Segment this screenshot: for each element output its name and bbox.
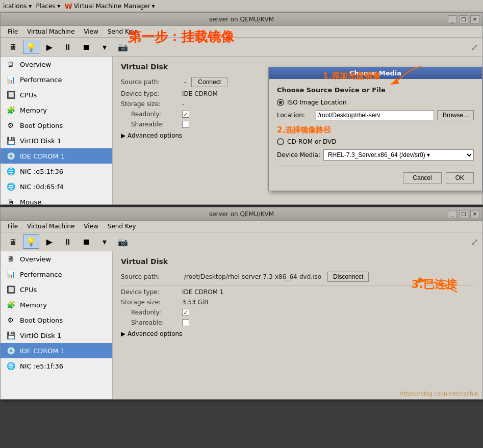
radio-iso-label: ISO Image Location (287, 99, 347, 106)
close-btn-top[interactable]: × (470, 15, 479, 23)
sidebar-item-memory-bottom[interactable]: 🧩 Memory (1, 297, 112, 312)
toolbar-pause-btn[interactable]: ⏸ (60, 40, 76, 54)
disconnect-button[interactable]: Disconnect (327, 272, 369, 282)
virtiodisk-icon-top: 💾 (6, 136, 16, 146)
window-top: server on QEMU/KVM _ □ × 第一步：挂载镜像 File V… (0, 12, 483, 205)
maximize-btn-top[interactable]: □ (459, 15, 468, 23)
sidebar-item-nic1-bottom[interactable]: 🌐 NIC :e5:1f:36 (1, 358, 112, 374)
menu-sendkey-top[interactable]: Send Key (104, 27, 140, 36)
sidebar-label-idecdrom-top: IDE CDROM 1 (20, 152, 65, 160)
menu-view-top[interactable]: View (80, 27, 102, 36)
location-input[interactable] (316, 110, 434, 120)
sidebar-label-nic1-bottom: NIC :e5:1f:36 (20, 362, 63, 370)
toolbar-play-btn[interactable]: ▶ (41, 40, 58, 54)
toolbar-settings-btn-b[interactable]: 💡 (23, 234, 39, 249)
idecdrom-icon-top: 💿 (6, 151, 16, 161)
sidebar-item-performance-top[interactable]: 📊 Performance (1, 72, 112, 87)
storage-size-value-bottom: 3.53 GiB (182, 299, 208, 306)
menu-vm-bottom[interactable]: Virtual Machine (23, 222, 79, 231)
minimize-btn-top[interactable]: _ (448, 15, 457, 23)
sidebar-item-nic2-top[interactable]: 🌐 NIC :0d:65:f4 (1, 179, 112, 194)
sidebar-label-nic2-top: NIC :0d:65:f4 (20, 183, 64, 191)
device-type-row-bottom: Device type: IDE CDROM 1 (121, 288, 474, 296)
window-title-bottom: server on QEMU/KVM (209, 210, 274, 218)
toolbar-snapshot-btn[interactable]: 📷 (115, 40, 131, 54)
sidebar-item-performance-bottom[interactable]: 📊 Performance (1, 267, 112, 282)
sidebar-label-memory-bottom: Memory (20, 301, 47, 309)
toolbar-dropdown-btn[interactable]: ▾ (96, 40, 113, 54)
source-path-value-bottom: /root/Desktop/rhel-server-7.3-x86_64-dvd… (184, 273, 321, 280)
toolbar-pause-btn-b[interactable]: ⏸ (60, 234, 76, 249)
toolbar-play-btn-b[interactable]: ▶ (41, 234, 58, 249)
location-row: Location: Browse... (277, 110, 474, 120)
maximize-btn-bottom[interactable]: □ (459, 210, 468, 218)
shareable-label-bottom: Shareable: (121, 319, 182, 326)
sidebar-item-overview-top[interactable]: 🖥 Overview (1, 57, 112, 72)
menu-file-top[interactable]: File (4, 27, 22, 36)
global-menubar: ications ▾ Places ▾ W Virtual Machine Ma… (0, 0, 483, 12)
shareable-checkbox-bottom[interactable] (182, 319, 189, 326)
sidebar-label-virtiodisk-top: VirtIO Disk 1 (20, 137, 61, 145)
toolbar-snapshot-btn-b[interactable]: 📷 (115, 234, 131, 249)
storage-size-row-bottom: Storage size: 3.53 GiB (121, 299, 474, 306)
titlebar-top: server on QEMU/KVM _ □ × (1, 13, 482, 26)
overview-icon-top: 🖥 (6, 59, 16, 69)
menu-vm-top[interactable]: Virtual Machine (23, 27, 79, 36)
ok-button[interactable]: OK (446, 172, 474, 183)
radio-iso-row[interactable]: ISO Image Location (277, 99, 474, 106)
menu-places[interactable]: Places ▾ (36, 3, 60, 10)
sidebar-item-memory-top[interactable]: 🧩 Memory (1, 102, 112, 118)
close-btn-bottom[interactable]: × (470, 210, 479, 218)
toolbar-bottom: 🖥 💡 ▶ ⏸ ⏹ ▾ 📷 ⤢ (1, 232, 482, 251)
sidebar-item-idecdrom-bottom[interactable]: 💿 IDE CDROM 1 (1, 343, 112, 358)
radio-iso[interactable] (277, 99, 284, 106)
brand-logo: W (64, 2, 72, 10)
device-media-select[interactable]: RHEL-7.3_Server.x86_64 (/dev/sr0) ▾ (323, 149, 474, 161)
brand-arrow[interactable]: ▾ (152, 3, 155, 10)
sidebar-item-cpus-top[interactable]: 🔲 CPUs (1, 87, 112, 102)
toolbar-settings-btn[interactable]: 💡 (23, 40, 39, 54)
menu-sendkey-bottom[interactable]: Send Key (104, 222, 140, 231)
minimize-btn-bottom[interactable]: _ (448, 210, 457, 218)
overview-icon-bottom: 🖥 (6, 254, 16, 264)
toolbar-stop-btn[interactable]: ⏹ (78, 40, 94, 54)
sidebar-item-idecdrom-top[interactable]: 💿 IDE CDROM 1 (1, 148, 112, 164)
toolbar-monitor-btn-b[interactable]: 🖥 (5, 234, 21, 249)
device-media-row: Device Media: RHEL-7.3_Server.x86_64 (/d… (277, 149, 474, 161)
readonly-checkbox-bottom[interactable]: ✓ (182, 309, 189, 316)
sidebar-item-overview-bottom[interactable]: 🖥 Overview (1, 251, 112, 267)
window-controls-top: _ □ × (448, 15, 479, 23)
dialog-overlay: Choose Media Choose Source Device or Fil… (113, 57, 482, 204)
toolbar-dropdown-btn-b[interactable]: ▾ (96, 234, 113, 249)
menu-view-bottom[interactable]: View (80, 222, 102, 231)
radio-cddvd[interactable] (277, 138, 284, 145)
device-type-label-bottom: Device type: (121, 288, 182, 296)
radio-cddvd-row[interactable]: CD-ROM or DVD (277, 138, 474, 145)
content-top: Virtual Disk Source path: - Connect Devi… (113, 57, 482, 204)
sidebar-item-bootoptions-top[interactable]: ⚙ Boot Options (1, 118, 112, 133)
advanced-toggle-bottom[interactable]: ▶ Advanced options (121, 330, 474, 337)
sidebar-item-bootoptions-bottom[interactable]: ⚙ Boot Options (1, 312, 112, 328)
menubar-top: File Virtual Machine View Send Key (1, 26, 482, 38)
sidebar-item-cpus-bottom[interactable]: 🔲 CPUs (1, 282, 112, 297)
sidebar-item-mouse-top[interactable]: 🖱 Mouse (1, 194, 112, 204)
nic1-icon-top: 🌐 (6, 166, 16, 176)
shareable-row-bottom: Shareable: (121, 319, 474, 326)
choose-media-dialog: Choose Media Choose Source Device or Fil… (268, 67, 482, 191)
menu-applications[interactable]: ications ▾ (3, 3, 32, 10)
menu-file-bottom[interactable]: File (4, 222, 22, 231)
sidebar-item-virtiodisk-top[interactable]: 💾 VirtIO Disk 1 (1, 133, 112, 148)
sidebar-label-idecdrom-bottom: IDE CDROM 1 (20, 347, 65, 355)
cpus-icon-bottom: 🔲 (6, 284, 16, 295)
sidebar-item-nic1-top[interactable]: 🌐 NIC :e5:1f:36 (1, 164, 112, 179)
cancel-button[interactable]: Cancel (403, 172, 441, 183)
brand-name[interactable]: Virtual Machine Manager (74, 3, 150, 10)
toolbar-monitor-btn[interactable]: 🖥 (5, 40, 21, 54)
sidebar-label-performance-bottom: Performance (20, 271, 62, 278)
browse-button[interactable]: Browse... (437, 110, 474, 120)
toolbar-stop-btn-b[interactable]: ⏹ (78, 234, 94, 249)
sidebar-label-overview-bottom: Overview (20, 255, 51, 263)
source-path-row-bottom: Source path: /root/Desktop/rhel-server-7… (121, 272, 474, 282)
sidebar-item-virtiodisk-bottom[interactable]: 💾 VirtIO Disk 1 (1, 328, 112, 343)
idecdrom-icon-bottom: 💿 (6, 346, 16, 356)
